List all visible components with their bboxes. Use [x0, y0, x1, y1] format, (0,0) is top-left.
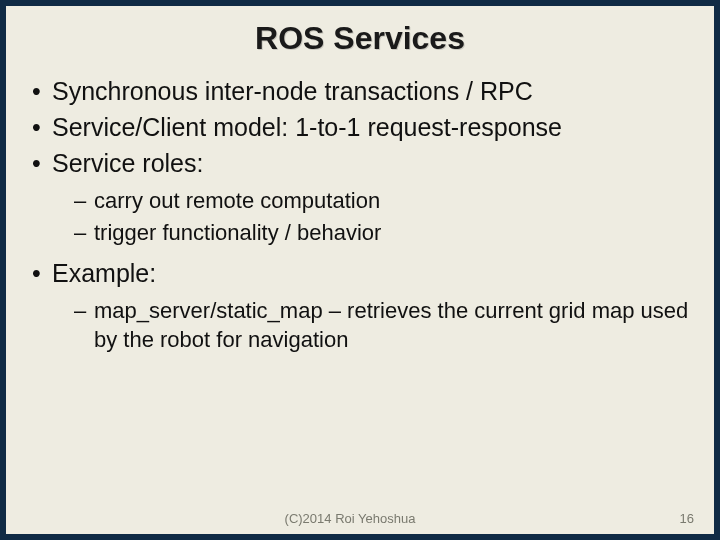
bullet-item: Service roles: carry out remote computat… — [28, 147, 690, 247]
bullet-item: Example: map_server/static_map – retriev… — [28, 257, 690, 354]
slide-footer: (C)2014 Roi Yehoshua 16 — [6, 511, 714, 526]
sub-bullet-text: trigger functionality / behavior — [94, 220, 381, 245]
slide: ROS Services Synchronous inter-node tran… — [0, 0, 720, 540]
bullet-text: Service roles: — [52, 149, 203, 177]
sub-bullet-list: map_server/static_map – retrieves the cu… — [74, 297, 690, 354]
bullet-item: Service/Client model: 1-to-1 request-res… — [28, 111, 690, 143]
slide-content: Synchronous inter-node transactions / RP… — [28, 75, 690, 354]
sub-bullet-text: map_server/static_map – retrieves the cu… — [94, 298, 688, 352]
bullet-list: Synchronous inter-node transactions / RP… — [28, 75, 690, 354]
footer-copyright: (C)2014 Roi Yehoshua — [46, 511, 654, 526]
slide-title: ROS Services — [6, 20, 714, 57]
footer-page-number: 16 — [654, 511, 694, 526]
sub-bullet-item: carry out remote computation — [74, 187, 690, 216]
sub-bullet-list: carry out remote computation trigger fun… — [74, 187, 690, 247]
bullet-text: Synchronous inter-node transactions / RP… — [52, 77, 533, 105]
sub-bullet-item: map_server/static_map – retrieves the cu… — [74, 297, 690, 354]
sub-bullet-text: carry out remote computation — [94, 188, 380, 213]
sub-bullet-item: trigger functionality / behavior — [74, 219, 690, 248]
bullet-text: Example: — [52, 259, 156, 287]
bullet-item: Synchronous inter-node transactions / RP… — [28, 75, 690, 107]
bullet-text: Service/Client model: 1-to-1 request-res… — [52, 113, 562, 141]
